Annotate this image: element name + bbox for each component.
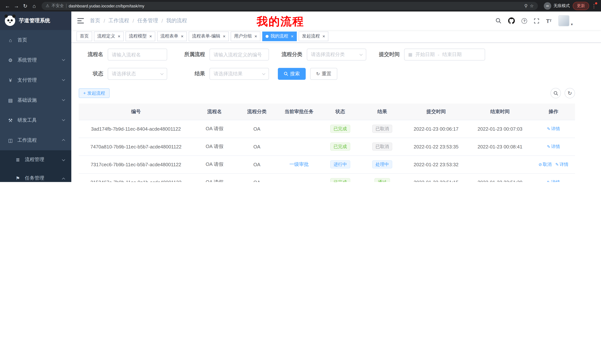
cell-result: 已取消 (360, 120, 404, 138)
sidebar-item-6[interactable]: ≣流程管理 (0, 150, 71, 169)
refresh-table-button[interactable]: ↻ (565, 88, 575, 98)
close-icon[interactable]: × (181, 34, 183, 38)
bookmark-star-icon[interactable]: ☆ (530, 3, 534, 8)
address-bar[interactable]: ⚠ 不安全 dashboard.yudao.iocoder.cn/bpm/tas… (42, 2, 538, 10)
cancel-icon: ⊘ (539, 162, 542, 167)
page-annotation: 我的流程 (257, 14, 304, 29)
incognito-label: 无痕模式 (553, 3, 570, 9)
process-name-input[interactable] (112, 52, 163, 57)
update-button[interactable]: 更新 (573, 2, 589, 10)
search-button[interactable]: 搜索 (278, 68, 306, 80)
tab-7[interactable]: 发起流程× (299, 31, 328, 41)
cell-actions: ✎详情 (532, 120, 575, 138)
sidebar-item-3[interactable]: ▤基础设施 (0, 90, 71, 110)
avatar (558, 15, 570, 26)
breadcrumb-item-1[interactable]: 工作流程 (109, 18, 129, 24)
action-label: 详情 (551, 179, 560, 182)
column-header-1: 流程名 (193, 104, 236, 120)
security-label: 不安全 (52, 3, 64, 9)
column-header-4: 状态 (320, 104, 360, 120)
tab-1[interactable]: 流程定义× (94, 31, 124, 41)
chevron-down-icon (62, 58, 65, 61)
sidebar-item-label: 研发工具 (18, 117, 37, 124)
tab-label: 流程表单 (160, 33, 178, 39)
cancel-button[interactable]: ⊘取消 (539, 161, 551, 168)
sidebar-item-4[interactable]: ⚒研发工具 (0, 110, 71, 130)
process-name-label: 流程名 (79, 51, 103, 58)
tab-label: 发起流程 (302, 33, 320, 39)
detail-button[interactable]: ✎详情 (547, 126, 560, 132)
tab-5[interactable]: 用户分组× (231, 31, 260, 41)
submit-time-range[interactable]: ▦ 开始日期 - 结束日期 (404, 49, 485, 60)
help-icon[interactable]: ? (522, 18, 527, 24)
show-search-button[interactable] (551, 88, 561, 98)
cell-status: 已完成 (320, 138, 360, 155)
breadcrumb-item-0[interactable]: 首页 (90, 18, 100, 24)
create-process-button[interactable]: + 发起流程 (79, 88, 110, 98)
user-menu[interactable]: ▾ (558, 15, 573, 26)
forward-icon[interactable]: → (12, 1, 21, 10)
breadcrumb-item-2[interactable]: 任务管理 (137, 18, 158, 24)
breadcrumb-separator: / (104, 18, 105, 24)
font-size-icon[interactable]: TT (546, 18, 551, 24)
reload-icon[interactable]: ↻ (21, 1, 30, 10)
tab-6[interactable]: 我的流程× (262, 31, 297, 41)
close-icon[interactable]: × (254, 34, 257, 38)
sidebar-item-5[interactable]: ◫工作流程 (0, 130, 71, 150)
cell-actions: ✎详情 (532, 173, 575, 182)
end-date-placeholder: 结束日期 (442, 51, 461, 58)
sidebar-item-2[interactable]: ¥支付管理 (0, 70, 71, 90)
close-icon[interactable]: × (322, 34, 325, 38)
task-link[interactable]: 一级审批 (289, 161, 309, 167)
home-icon[interactable]: ⌂ (30, 1, 39, 10)
browser-menu-icon[interactable]: ⋮ (590, 1, 598, 10)
hamburger-icon[interactable] (77, 18, 84, 24)
tab-label: 我的流程 (270, 33, 288, 39)
result-select[interactable]: 请选择流结果 (210, 68, 269, 80)
fullscreen-icon[interactable] (534, 18, 540, 24)
detail-button[interactable]: ✎详情 (555, 161, 568, 168)
close-icon[interactable]: × (118, 34, 120, 38)
logo-area[interactable]: 芋道管理系统 (0, 11, 71, 30)
tab-2[interactable]: 流程模型× (126, 31, 155, 41)
password-key-icon[interactable]: ⚲ (524, 3, 528, 8)
cell-task (278, 138, 320, 155)
reset-button[interactable]: ↻ 重置 (310, 68, 337, 80)
submit-time-label: 提交时间 (375, 51, 400, 58)
task-management-icon: ⚑ (15, 175, 21, 181)
sidebar-item-0[interactable]: ⌂首页 (0, 30, 71, 50)
cell-status: 已完成 (320, 173, 360, 182)
tab-4[interactable]: 流程表单-编辑× (189, 31, 229, 41)
tab-label: 用户分组 (234, 33, 252, 39)
github-icon[interactable] (508, 18, 515, 24)
close-icon[interactable]: × (149, 34, 152, 38)
refresh-icon: ↻ (316, 71, 320, 77)
cell-submit-time: 2022-01-22 23:51:15 (404, 173, 468, 182)
result-placeholder: 请选择流结果 (214, 70, 242, 77)
category-select[interactable]: 请选择流程分类 (307, 49, 366, 60)
chevron-up-icon (62, 178, 65, 181)
process-def-input[interactable] (214, 52, 265, 57)
status-select[interactable]: 请选择状态 (108, 68, 167, 80)
detail-button[interactable]: ✎详情 (547, 179, 560, 182)
calendar-icon: ▦ (408, 52, 412, 57)
cell-id: 3ad174fb-7b9d-11ec-8404-acde48001122 (79, 120, 193, 138)
close-icon[interactable]: × (291, 34, 293, 38)
sidebar-item-7[interactable]: ⚑任务管理 (0, 169, 71, 182)
sidebar-item-1[interactable]: ⚙系统管理 (0, 50, 71, 70)
dashboard-icon: ⌂ (7, 37, 13, 43)
detail-button[interactable]: ✎详情 (547, 144, 560, 150)
chevron-up-icon (62, 139, 65, 142)
search-icon[interactable] (496, 18, 502, 24)
cell-result: 通过 (360, 173, 404, 182)
cell-name: OA 请假 (193, 155, 236, 173)
sidebar-item-label: 流程管理 (25, 156, 44, 163)
close-icon[interactable]: × (223, 34, 225, 38)
column-header-2: 流程分类 (236, 104, 278, 120)
cell-name: OA 请假 (193, 120, 236, 138)
action-label: 详情 (551, 126, 560, 132)
sidebar-item-label: 工作流程 (18, 137, 37, 144)
tab-0[interactable]: 首页 (77, 31, 92, 41)
back-icon[interactable]: ← (3, 1, 12, 10)
tab-3[interactable]: 流程表单× (157, 31, 187, 41)
